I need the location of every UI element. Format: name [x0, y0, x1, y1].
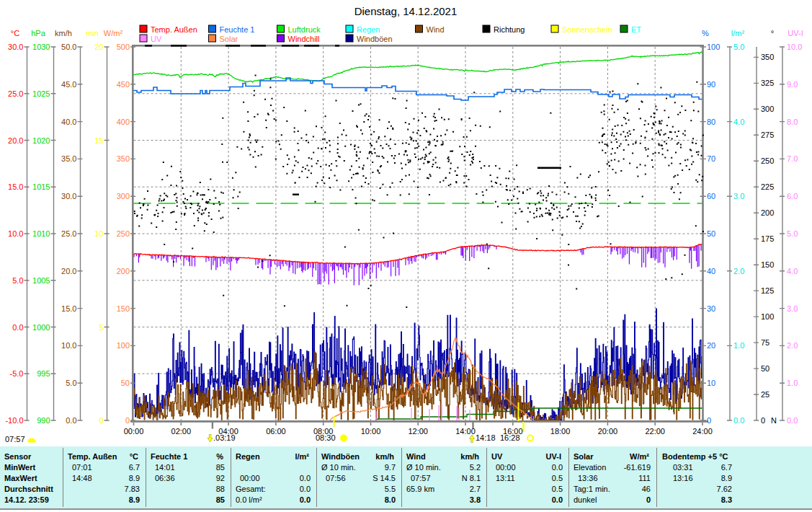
svg-text:300: 300: [761, 105, 774, 113]
svg-text:75: 75: [761, 338, 769, 347]
svg-text:250: 250: [761, 156, 774, 165]
svg-text:0.0: 0.0: [12, 323, 23, 332]
svg-text:50: 50: [121, 379, 130, 387]
svg-text:02:00: 02:00: [171, 427, 192, 436]
svg-text:20: 20: [94, 43, 103, 51]
svg-text:10.0: 10.0: [61, 341, 76, 350]
svg-text:10.0: 10.0: [8, 229, 23, 238]
svg-text:150: 150: [761, 260, 774, 269]
svg-text:25.0: 25.0: [61, 229, 76, 238]
svg-text:2.0: 2.0: [733, 267, 744, 275]
svg-text:0.0: 0.0: [733, 416, 744, 425]
svg-text:1020: 1020: [32, 136, 50, 145]
svg-text:UV: UV: [151, 35, 162, 43]
svg-text:50.0: 50.0: [61, 43, 76, 51]
svg-text:°C: °C: [11, 29, 19, 37]
svg-text:20.0: 20.0: [61, 267, 76, 275]
svg-text:250: 250: [117, 229, 130, 238]
svg-text:1000: 1000: [32, 323, 50, 332]
svg-text:Wind: Wind: [427, 25, 445, 34]
svg-text:90: 90: [707, 80, 715, 89]
svg-text:Sonnenschein: Sonnenschein: [562, 25, 612, 34]
svg-text:l/m²: l/m²: [731, 29, 745, 37]
svg-text:km/h: km/h: [55, 29, 72, 37]
svg-text:1.0: 1.0: [733, 341, 744, 350]
svg-text:12:00: 12:00: [408, 427, 428, 436]
svg-text:50: 50: [761, 364, 769, 373]
svg-text:1030: 1030: [32, 43, 50, 51]
svg-text:ET: ET: [631, 25, 641, 34]
svg-text:10: 10: [707, 379, 715, 387]
svg-text:Regen: Regen: [357, 25, 380, 34]
svg-text:200: 200: [117, 267, 130, 275]
svg-text:16:28: 16:28: [500, 433, 520, 442]
svg-text:%: %: [702, 29, 709, 37]
svg-text:30.0: 30.0: [61, 192, 76, 200]
svg-text:40.0: 40.0: [61, 118, 76, 126]
svg-text:4.0: 4.0: [733, 118, 744, 126]
svg-text:15: 15: [94, 136, 103, 145]
svg-text:06:00: 06:00: [266, 427, 286, 436]
svg-text:400: 400: [117, 118, 130, 126]
svg-text:325: 325: [761, 79, 774, 87]
svg-text:0: 0: [99, 416, 103, 425]
svg-text:5.0: 5.0: [733, 43, 744, 51]
svg-text:125: 125: [761, 286, 774, 295]
svg-text:Temp. Außen: Temp. Außen: [151, 25, 197, 34]
svg-text:30.0: 30.0: [8, 43, 23, 51]
svg-text:0: 0: [761, 416, 765, 425]
svg-text:9.0: 9.0: [787, 80, 798, 89]
svg-text:Windböen: Windböen: [357, 35, 393, 43]
svg-text:3.0: 3.0: [787, 304, 798, 313]
svg-text:100: 100: [761, 312, 774, 321]
svg-text:Richtung: Richtung: [494, 25, 525, 34]
svg-text:°: °: [771, 29, 774, 37]
svg-text:07:57: 07:57: [5, 435, 25, 443]
svg-text:Windchill: Windchill: [288, 35, 320, 43]
svg-text:min: min: [86, 29, 99, 37]
svg-text:5.0: 5.0: [12, 276, 23, 285]
svg-text:25.0: 25.0: [8, 89, 23, 98]
svg-text:300: 300: [117, 192, 130, 200]
svg-text:08:30: 08:30: [316, 433, 336, 442]
svg-text:25: 25: [761, 390, 769, 399]
svg-text:Solar: Solar: [220, 35, 238, 43]
svg-text:60: 60: [707, 192, 715, 200]
svg-text:.03:19: .03:19: [213, 433, 236, 442]
svg-text:225: 225: [761, 182, 774, 191]
svg-text:10: 10: [94, 229, 103, 238]
svg-text:24:00: 24:00: [692, 427, 713, 436]
svg-text:80: 80: [707, 118, 715, 126]
svg-text:100: 100: [117, 341, 130, 350]
svg-text:6.0: 6.0: [787, 192, 798, 200]
svg-text:N: N: [771, 416, 777, 425]
svg-text:UV-I: UV-I: [788, 29, 803, 37]
svg-text:20.0: 20.0: [8, 136, 23, 145]
svg-text:0: 0: [707, 416, 711, 425]
svg-text:35.0: 35.0: [61, 154, 76, 163]
svg-text:0: 0: [125, 416, 130, 425]
svg-text:1.0: 1.0: [787, 379, 798, 387]
svg-text:30: 30: [707, 304, 715, 313]
svg-text:1015: 1015: [32, 182, 50, 191]
svg-text:18:00: 18:00: [550, 427, 571, 436]
svg-text:175: 175: [761, 234, 774, 243]
svg-text:10:00: 10:00: [361, 427, 381, 436]
svg-text:1010: 1010: [32, 229, 50, 238]
svg-text:450: 450: [117, 80, 130, 89]
svg-text:5.0: 5.0: [787, 229, 798, 238]
svg-text:Feuchte 1: Feuchte 1: [220, 25, 255, 34]
svg-text:0.0: 0.0: [66, 416, 76, 425]
svg-text:-5.0: -5.0: [10, 369, 24, 378]
svg-text:hPa: hPa: [31, 29, 45, 37]
svg-text:22:00: 22:00: [645, 427, 665, 436]
svg-text:70: 70: [707, 154, 715, 163]
svg-text:0.0: 0.0: [787, 416, 798, 425]
svg-text:14:18: 14:18: [476, 433, 496, 442]
svg-text:10.0: 10.0: [787, 43, 802, 51]
svg-text:275: 275: [761, 131, 774, 139]
svg-text:20:00: 20:00: [598, 427, 618, 436]
svg-text:Dienstag, 14.12.2021: Dienstag, 14.12.2021: [354, 5, 458, 17]
svg-text:1005: 1005: [32, 276, 50, 285]
svg-text:15.0: 15.0: [61, 304, 76, 313]
